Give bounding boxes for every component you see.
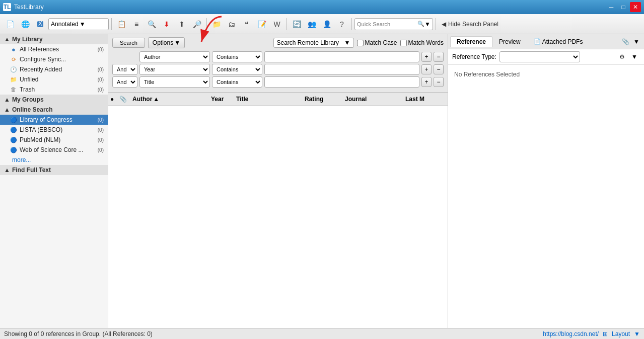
my-groups-collapse-icon: ▲ [4, 96, 10, 103]
sidebar-item-all-references[interactable]: ● All References (0) [0, 44, 108, 54]
filter-3-add-button[interactable]: + [421, 77, 432, 87]
app-icon: TL [3, 3, 11, 11]
match-words-checkbox[interactable]: Match Words [400, 39, 444, 46]
filter-1-add-button[interactable]: + [421, 52, 432, 62]
filter-3-condition[interactable]: ContainsIs [212, 76, 262, 88]
hide-search-icon: ◀ [442, 21, 446, 28]
hide-search-label: Hide Search Panel [448, 21, 498, 28]
search-execute-button[interactable]: Search [112, 38, 145, 48]
filter-2-add-button[interactable]: + [421, 64, 432, 74]
col-last-header[interactable]: Last M [405, 96, 446, 103]
ref-type-select[interactable] [499, 51, 580, 62]
filter-row-1: AuthorYearTitle ContainsIs + − [112, 51, 444, 62]
sidebar-item-unfiled[interactable]: 📁 Unfiled (0) [0, 74, 108, 84]
ref-type-label: Reference Type: [452, 53, 496, 60]
settings-icon-button[interactable]: ⚙ [616, 51, 627, 62]
ref-type-row: Reference Type: [452, 51, 580, 62]
edit-button[interactable]: 📝 [255, 17, 269, 31]
my-groups-header[interactable]: ▲ My Groups [0, 95, 108, 105]
tab-preview[interactable]: Preview [492, 36, 527, 47]
upload-button[interactable]: ⬆ [175, 17, 189, 31]
recent-icon: 🕐 [10, 66, 17, 73]
filter-2-field[interactable]: YearAuthorTitle [139, 64, 210, 75]
right-panel-toolbar: Reference Type: ⚙ ▼ [448, 49, 644, 65]
col-journal-header[interactable]: Journal [345, 96, 405, 103]
filter-3-field[interactable]: TitleAuthorYear [139, 76, 210, 88]
settings-dropdown-button[interactable]: ▼ [629, 51, 640, 62]
col-author-header[interactable]: Author ▲ [130, 96, 211, 103]
format-button[interactable]: ≡ [129, 17, 144, 31]
lista-icon: 🔵 [10, 126, 17, 133]
toolbar-actions-group: 📋 ≡ 🔍 ⬇ ⬆ 🔎 [114, 17, 204, 31]
search-button2[interactable]: 🔎 [190, 17, 204, 31]
my-library-collapse-icon: ▲ [4, 36, 10, 43]
paperclip-icon-button[interactable]: 📎 [620, 36, 631, 47]
filter-1-condition[interactable]: ContainsIs [212, 51, 262, 62]
sidebar-item-pubmed[interactable]: 🔵 PubMed (NLM) (0) [0, 135, 108, 145]
filter-3-value[interactable] [264, 76, 419, 88]
insert-ref-button[interactable]: 📋 [114, 17, 128, 31]
minimize-button[interactable]: ─ [606, 2, 617, 12]
filter-2-condition[interactable]: ContainsIs [212, 64, 262, 75]
share-button[interactable]: 👤 [320, 17, 334, 31]
col-year-header[interactable]: Year [211, 96, 236, 103]
download-button[interactable]: ⬇ [160, 17, 174, 31]
sync-icon: ⟳ [10, 56, 17, 63]
filter-icon-button[interactable]: ▼ [631, 36, 642, 47]
sidebar-item-library-of-congress[interactable]: 🔵 Library of Congress (0) [0, 115, 108, 125]
hide-search-panel-button[interactable]: ◀ Hide Search Panel [439, 19, 502, 29]
custom-button[interactable]: X [33, 17, 47, 31]
options-arrow-icon: ▼ [174, 39, 180, 46]
my-library-header[interactable]: ▲ My Library [0, 34, 108, 44]
layout-dropdown-icon[interactable]: ▼ [634, 330, 640, 337]
quick-search-box[interactable]: 🔍 ▼ [354, 18, 433, 30]
sidebar-item-configure-sync[interactable]: ⟳ Configure Sync... [0, 54, 108, 64]
quick-search-dropdown[interactable]: ▼ [424, 21, 431, 28]
find-full-text-header[interactable]: ▲ Find Full Text [0, 165, 108, 175]
maximize-button[interactable]: □ [618, 2, 629, 12]
sidebar-item-web-of-science[interactable]: 🔵 Web of Science Core ... (0) [0, 145, 108, 155]
help-button[interactable]: ? [335, 17, 349, 31]
folder-button[interactable]: 🗂 [225, 17, 239, 31]
online-search-collapse-icon: ▲ [4, 106, 10, 113]
sync-button[interactable]: 🔄 [290, 17, 304, 31]
sidebar-more-link[interactable]: more... [0, 155, 108, 165]
remote-library-dropdown[interactable]: Search Remote Library ▼ [273, 38, 354, 48]
new-ref-button[interactable]: 📄 [3, 17, 17, 31]
status-url: https://blog.csdn.net/ [543, 330, 599, 337]
toolbar-sep-2 [206, 18, 207, 30]
sidebar-item-recently-added[interactable]: 🕐 Recently Added (0) [0, 64, 108, 74]
tab-reference[interactable]: Reference [450, 36, 492, 47]
svg-text:X: X [38, 20, 42, 27]
close-button[interactable]: ✕ [630, 2, 641, 12]
sidebar: ▲ My Library ● All References (0) ⟳ Conf… [0, 34, 108, 339]
filter-1-field[interactable]: AuthorYearTitle [139, 51, 210, 62]
quote-button[interactable]: ❝ [240, 17, 254, 31]
online-search-button[interactable]: 🔍 [145, 17, 159, 31]
tab-attached-pdfs[interactable]: 📄 Attached PDFs [527, 36, 590, 47]
toolbar-file-group: 📄 🌐 X [3, 17, 47, 31]
online-search-header[interactable]: ▲ Online Search [0, 105, 108, 115]
open-lib-button[interactable]: 🌐 [18, 17, 32, 31]
filter-2-bool[interactable]: AndOrNot [112, 64, 137, 75]
options-button[interactable]: Options ▼ [148, 37, 185, 48]
filter-3-bool[interactable]: AndOrNot [112, 76, 137, 88]
filter-1-remove-button[interactable]: − [434, 52, 444, 62]
match-case-checkbox[interactable]: Match Case [357, 39, 397, 46]
results-body [108, 106, 448, 257]
filter-2-remove-button[interactable]: − [434, 64, 444, 74]
col-rating-header[interactable]: Rating [305, 96, 345, 103]
open-file-button[interactable]: 📁 [209, 17, 224, 31]
filter-1-value[interactable] [264, 51, 419, 62]
sidebar-item-lista[interactable]: 🔵 LISTA (EBSCO) (0) [0, 125, 108, 135]
filter-2-value[interactable] [264, 64, 419, 75]
quick-search-input[interactable] [357, 21, 417, 27]
filter-row-2: AndOrNot YearAuthorTitle ContainsIs + − [112, 64, 444, 75]
col-title-header[interactable]: Title [236, 96, 305, 103]
word-button[interactable]: W [270, 17, 284, 31]
sidebar-item-trash[interactable]: 🗑 Trash (0) [0, 84, 108, 95]
quick-search-icon[interactable]: 🔍 [417, 21, 424, 27]
filter-3-remove-button[interactable]: − [434, 77, 444, 87]
group-button[interactable]: 👥 [305, 17, 319, 31]
library-dropdown[interactable]: Annotated ▼ [48, 18, 109, 30]
